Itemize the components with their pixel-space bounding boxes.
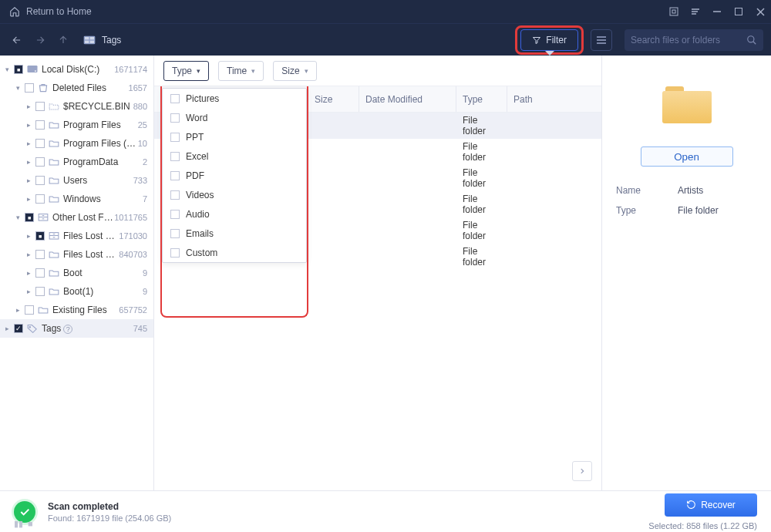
type-option[interactable]: Word — [163, 108, 306, 127]
expand-toggle[interactable]: ▸ — [25, 103, 32, 110]
tree-item[interactable]: ▸✓Tags?745 — [0, 319, 153, 338]
time-dropdown[interactable]: Time ▾ — [218, 61, 264, 81]
expand-toggle[interactable]: ▸ — [25, 288, 32, 295]
type-option[interactable]: Emails — [163, 224, 306, 243]
expand-toggle[interactable]: ▸ — [25, 158, 32, 166]
tree-item-label: Users — [63, 175, 133, 186]
view-toggle-button[interactable] — [591, 29, 612, 51]
nav-up-button[interactable] — [54, 31, 72, 49]
type-dropdown[interactable]: Type ▾ — [163, 61, 209, 81]
option-checkbox[interactable] — [170, 190, 180, 200]
tree-checkbox[interactable] — [35, 250, 45, 259]
pause-icon[interactable]: ▮▮ — [14, 519, 23, 529]
option-checkbox[interactable] — [170, 171, 180, 180]
size-dropdown[interactable]: Size ▾ — [273, 61, 316, 81]
recover-label: Recover — [701, 500, 736, 510]
type-option[interactable]: Excel — [163, 146, 306, 166]
tree-item[interactable]: ▸Boot9 — [0, 264, 153, 282]
tree-item[interactable]: ▸Files Lost Original …840703 — [0, 245, 153, 264]
tree-item[interactable]: ▸Windows7 — [0, 190, 153, 208]
nav-forward-button[interactable] — [31, 31, 49, 49]
expand-toggle[interactable]: ▸ — [25, 121, 32, 129]
tree-checkbox[interactable] — [35, 102, 45, 111]
option-checkbox[interactable] — [170, 229, 180, 238]
tree-item-label: Other Lost Files — [52, 212, 114, 223]
expand-toggle[interactable]: ▸ — [25, 195, 32, 203]
column-date[interactable]: Date Modified — [359, 86, 456, 112]
open-button[interactable]: Open — [641, 146, 733, 167]
tree-item[interactable]: ▸Files Lost Origi…?171030 — [0, 227, 153, 245]
expand-toggle[interactable]: ▸ — [25, 251, 32, 258]
type-option[interactable]: PPT — [163, 127, 306, 146]
tree-checkbox[interactable] — [25, 305, 34, 315]
expand-toggle[interactable]: ▸ — [25, 140, 32, 147]
window-close-button[interactable] — [749, 0, 771, 23]
expand-toggle[interactable]: ▸ — [3, 325, 11, 332]
tree-checkbox[interactable] — [35, 194, 45, 204]
type-option[interactable]: Audio — [163, 204, 306, 224]
search-input[interactable] — [631, 35, 746, 45]
meta-name-value: Artists — [678, 185, 703, 196]
column-type[interactable]: Type — [456, 86, 507, 112]
tree-checkbox[interactable]: ✓ — [14, 324, 23, 333]
tree-item[interactable]: ▾Other Lost Files1011765 — [0, 208, 153, 227]
column-size[interactable]: Size — [308, 86, 359, 112]
column-path[interactable]: Path — [507, 86, 601, 112]
folder-icon — [48, 286, 60, 297]
drawer-icon — [48, 231, 60, 241]
return-home-button[interactable]: Return to Home — [0, 6, 92, 17]
tree-item-count: 171030 — [119, 231, 147, 241]
expand-toggle[interactable]: ▸ — [25, 269, 32, 277]
folder-icon — [48, 175, 60, 186]
pager-next-button[interactable] — [572, 461, 592, 481]
tree-checkbox[interactable] — [14, 65, 23, 74]
arrow-up-icon — [58, 35, 69, 45]
option-checkbox[interactable] — [170, 210, 180, 219]
expand-toggle[interactable]: ▸ — [25, 177, 32, 184]
tree-item[interactable]: ▸Program Files25 — [0, 116, 153, 134]
expand-toggle[interactable]: ▾ — [3, 66, 11, 73]
filter-button[interactable]: Filter — [520, 29, 578, 51]
tree-checkbox[interactable] — [35, 139, 45, 148]
tree-item[interactable]: ▸$RECYCLE.BIN880 — [0, 97, 153, 116]
tree-checkbox[interactable] — [35, 120, 45, 130]
help-icon[interactable]: ? — [63, 325, 72, 334]
nav-back-button[interactable] — [8, 31, 26, 49]
window-minimize-button[interactable] — [706, 0, 728, 23]
type-option[interactable]: Custom — [163, 243, 306, 262]
tree-checkbox[interactable] — [25, 83, 34, 93]
option-checkbox[interactable] — [170, 94, 180, 103]
window-menu-button[interactable] — [685, 0, 706, 23]
tree-item[interactable]: ▸ProgramData2 — [0, 153, 153, 171]
tree-checkbox[interactable] — [25, 213, 34, 222]
tree-checkbox[interactable] — [35, 176, 45, 185]
tree-item[interactable]: ▾Local Disk(C:)1671174 — [0, 60, 153, 79]
window-extra1-button[interactable] — [663, 0, 685, 23]
expand-toggle[interactable]: ▸ — [25, 232, 32, 240]
expand-toggle[interactable]: ▾ — [14, 84, 22, 92]
option-checkbox[interactable] — [170, 113, 180, 123]
type-option[interactable]: PDF — [163, 166, 306, 185]
type-option[interactable]: Videos — [163, 185, 306, 204]
tree-item[interactable]: ▸Existing Files657752 — [0, 301, 153, 319]
tree-item[interactable]: ▾Deleted Files1657 — [0, 79, 153, 97]
option-checkbox[interactable] — [170, 152, 180, 161]
row-type: File folder — [456, 194, 507, 215]
tree-checkbox[interactable] — [35, 157, 45, 167]
expand-toggle[interactable]: ▸ — [14, 306, 22, 314]
tree-checkbox[interactable] — [35, 287, 45, 296]
type-option[interactable]: Pictures — [163, 89, 306, 108]
tree-item[interactable]: ▸Users733 — [0, 171, 153, 190]
return-home-label: Return to Home — [26, 6, 92, 17]
option-checkbox[interactable] — [170, 133, 180, 142]
tree-item[interactable]: ▸Boot(1)9 — [0, 282, 153, 301]
tree-item[interactable]: ▸Program Files (x86)10 — [0, 134, 153, 153]
stop-icon[interactable]: ■ — [28, 519, 33, 529]
tree-checkbox[interactable] — [35, 231, 45, 241]
search-box[interactable] — [625, 29, 763, 51]
tree-checkbox[interactable] — [35, 268, 45, 278]
option-checkbox[interactable] — [170, 248, 180, 258]
expand-toggle[interactable]: ▾ — [14, 214, 22, 221]
window-maximize-button[interactable] — [728, 0, 749, 23]
recover-button[interactable]: Recover — [665, 493, 757, 517]
